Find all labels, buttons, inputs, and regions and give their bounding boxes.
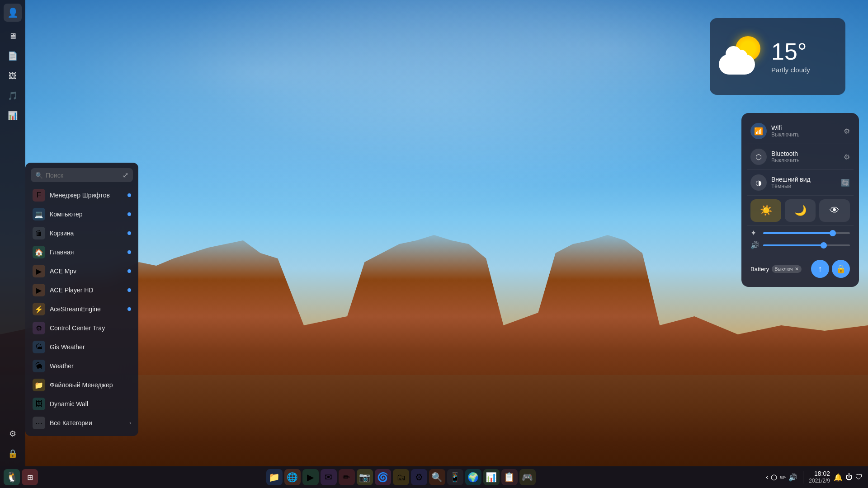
battery-label: Battery [750, 266, 769, 272]
taskbar-system-icons: 🔔 ⏻ 🛡 [834, 473, 863, 482]
taskbar-app-icon[interactable]: 🌐 [284, 469, 301, 485]
app-list-item[interactable]: 🌦Weather [25, 357, 138, 375]
sound-slider-track[interactable] [763, 244, 850, 246]
sound-slider-thumb[interactable] [821, 242, 827, 249]
tray-icon2[interactable]: ✏ [780, 473, 786, 482]
weather-info: 15° Partly cloudy [771, 40, 836, 74]
app-item-name: AceStreamEngine [50, 305, 123, 313]
tray-volume-icon[interactable]: 🔊 [788, 473, 797, 482]
appearance-row[interactable]: ◑ Внешний вид Тёмный 🔄 [747, 170, 854, 196]
taskbar-app-icon[interactable]: 🌀 [375, 469, 391, 485]
display-slider-track[interactable] [763, 232, 850, 234]
tray-prev-icon[interactable]: ‹ [766, 473, 768, 481]
taskbar-center: 📁🌐▶✉✏📷🌀🗂⚙🔍📱🌍📊📋🎮 [42, 469, 760, 485]
taskbar-manjaro-button[interactable]: 🐧 [4, 469, 20, 485]
taskbar-app-icon[interactable]: 📊 [483, 469, 500, 485]
sidebar-avatar[interactable]: 👤 [4, 4, 22, 22]
weather-description: Partly cloudy [771, 66, 836, 74]
taskbar-app-icon[interactable]: 🔍 [429, 469, 445, 485]
taskbar-app-icon[interactable]: ⚙ [411, 469, 427, 485]
app-list-item[interactable]: 🏠Главная [25, 243, 138, 262]
app-list-item[interactable]: ⚙Control Center Tray [25, 319, 138, 338]
taskbar-app-icon[interactable]: 📋 [501, 469, 518, 485]
app-menu: 🔍 ⤢ FМенеджер Шрифтов💻Компьютер🗑Корзина🏠… [25, 163, 138, 436]
taskbar-app-icon[interactable]: 📱 [447, 469, 463, 485]
upload-button[interactable]: ↑ [811, 260, 829, 278]
appearance-label: Внешний вид [771, 176, 841, 183]
display-slider-thumb[interactable] [830, 230, 836, 236]
app-item-dot [127, 307, 131, 311]
app-item-icon: F [33, 189, 45, 202]
taskbar-app-icon[interactable]: ✉ [321, 469, 337, 485]
app-list-item[interactable]: ▶ACE Mpv [25, 262, 138, 281]
app-item-name: Файловый Менеджер [50, 381, 131, 389]
taskbar-left: 🐧 ⊞ [0, 469, 42, 485]
sidebar-item-settings[interactable]: ⚙ [4, 425, 22, 443]
app-item-name: Все Категории [50, 419, 125, 427]
mode-buttons-row: ☀️ 🌙 👁 [747, 196, 854, 225]
weather-icon [719, 34, 764, 79]
taskbar-app-icon[interactable]: 🗂 [393, 469, 409, 485]
power-icon[interactable]: ⏻ [845, 473, 853, 481]
app-list-item[interactable]: 🌤Gis Weather [25, 338, 138, 357]
eye-mode-button[interactable]: 👁 [819, 199, 850, 222]
expand-button[interactable]: ⤢ [123, 171, 128, 179]
wifi-text: Wifi Выключить [771, 124, 844, 138]
sidebar-item-music[interactable]: 🎵 [4, 87, 22, 105]
appearance-sublabel: Тёмный [771, 183, 841, 189]
wifi-label: Wifi [771, 124, 844, 131]
app-item-name: Главная [50, 249, 123, 256]
app-list-item[interactable]: 🗑Корзина [25, 224, 138, 243]
sidebar-item-display[interactable]: 🖥 [4, 27, 22, 45]
app-list-item[interactable]: ⋯Все Категории› [25, 413, 138, 432]
app-list-item[interactable]: ▶ACE Player HD [25, 281, 138, 300]
app-item-dot [127, 288, 131, 292]
search-bar: 🔍 ⤢ [31, 168, 133, 182]
search-input[interactable] [46, 172, 120, 179]
app-list: FМенеджер Шрифтов💻Компьютер🗑Корзина🏠Глав… [25, 186, 138, 432]
sidebar-item-data[interactable]: 📊 [4, 107, 22, 125]
taskbar-app-icon[interactable]: ▶ [302, 469, 319, 485]
sidebar-item-lock[interactable]: 🔒 [4, 445, 22, 463]
lock-button[interactable]: 🔒 [832, 260, 850, 278]
app-list-item[interactable]: ⚡AceStreamEngine [25, 300, 138, 319]
taskbar-app-icon[interactable]: 🌍 [465, 469, 481, 485]
app-item-icon: 🗑 [33, 227, 45, 239]
tray-icon1[interactable]: ⬡ [771, 473, 777, 482]
app-item-icon: ⋯ [33, 417, 45, 429]
taskbar-right: ‹ ⬡ ✏ 🔊 18:02 2021/2/9 🔔 ⏻ 🛡 [760, 469, 868, 485]
battery-close-icon[interactable]: ✕ [795, 266, 799, 272]
app-item-name: ACE Mpv [50, 267, 123, 275]
bluetooth-settings-icon[interactable]: ⚙ [844, 153, 850, 161]
taskbar-app-icon[interactable]: ✏ [339, 469, 355, 485]
taskbar-apps-button[interactable]: ⊞ [22, 469, 38, 485]
sound-slider-fill [763, 244, 824, 246]
app-list-item[interactable]: 📁Файловый Менеджер [25, 375, 138, 394]
app-item-dot [127, 212, 131, 216]
taskbar-date-value: 2021/2/9 [809, 478, 830, 485]
notification-icon[interactable]: 🔔 [834, 473, 843, 482]
app-item-dot [127, 193, 131, 197]
bluetooth-text: Bluetooth Выключить [771, 150, 844, 164]
wifi-settings-icon[interactable]: ⚙ [844, 127, 850, 136]
battery-badge-text: Выключ [774, 266, 793, 272]
app-list-item[interactable]: 💻Компьютер [25, 205, 138, 224]
wifi-row[interactable]: 📶 Wifi Выключить ⚙ [747, 118, 854, 144]
taskbar-app-icon[interactable]: 🎮 [519, 469, 536, 485]
taskbar-app-icon[interactable]: 📁 [266, 469, 283, 485]
sidebar-item-docs[interactable]: 📄 [4, 47, 22, 65]
sidebar-item-images[interactable]: 🖼 [4, 67, 22, 85]
battery-info: Battery Выключ ✕ [750, 265, 802, 273]
shield-icon[interactable]: 🛡 [855, 473, 863, 481]
bluetooth-row[interactable]: ⬡ Bluetooth Выключить ⚙ [747, 144, 854, 170]
taskbar-app-icon[interactable]: 📷 [357, 469, 373, 485]
appearance-settings-icon[interactable]: 🔄 [841, 178, 850, 187]
taskbar-divider [803, 471, 803, 483]
moon-mode-button[interactable]: 🌙 [785, 199, 816, 222]
app-list-item[interactable]: 🖼Dynamic Wall [25, 394, 138, 413]
sun-mode-button[interactable]: ☀️ [750, 199, 781, 222]
app-item-name: Gis Weather [50, 343, 131, 351]
app-list-item[interactable]: FМенеджер Шрифтов [25, 186, 138, 205]
display-slider-row: ✦ [750, 229, 850, 237]
app-item-name: Компьютер [50, 211, 123, 218]
